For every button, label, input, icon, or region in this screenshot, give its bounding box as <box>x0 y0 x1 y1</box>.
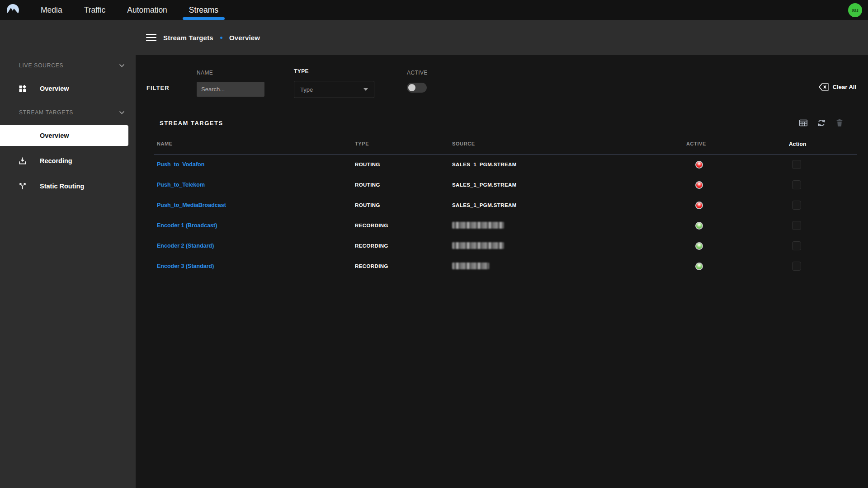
redacted-source-block <box>452 242 504 249</box>
sidebar: LIVE SOURCES Overview STREAM TARGETS Ove… <box>0 55 136 488</box>
section-label: LIVE SOURCES <box>19 62 63 69</box>
active-led-indicator <box>695 161 703 169</box>
breadcrumb: Stream Targets Overview <box>146 31 260 44</box>
active-field-label: ACTIVE <box>407 70 428 76</box>
row-source: SALES_1_PGM.STREAM <box>452 175 517 195</box>
table-rows: Push_to_Vodafon ROUTING SALES_1_PGM.STRE… <box>136 155 868 277</box>
nav-tab-streams[interactable]: Streams <box>178 0 229 20</box>
sidebar-item-recording[interactable]: Recording <box>0 151 128 171</box>
row-source <box>452 236 504 256</box>
type-field-label: TYPE <box>294 68 374 75</box>
row-name-link[interactable]: Encoder 2 (Standard) <box>157 236 214 256</box>
table-row: Encoder 2 (Standard) RECORDING <box>136 236 868 256</box>
row-name-link[interactable]: Push_to_Vodafon <box>157 155 204 175</box>
row-type: ROUTING <box>355 175 380 195</box>
column-header-action: Action <box>789 141 807 147</box>
clear-all-button[interactable]: Clear All <box>819 83 856 91</box>
row-type: ROUTING <box>355 155 380 175</box>
nav-tab-traffic[interactable]: Traffic <box>73 0 117 20</box>
type-dropdown-value: Type <box>300 86 313 93</box>
nav-tabs: Media Traffic Automation Streams <box>30 0 229 20</box>
table-row: Push_to_MediaBroadcast ROUTING SALES_1_P… <box>136 195 868 216</box>
split-icon <box>18 182 27 191</box>
app-logo-icon[interactable] <box>6 3 20 17</box>
row-source: SALES_1_PGM.STREAM <box>452 195 517 216</box>
toggle-knob <box>408 84 415 91</box>
row-checkbox[interactable] <box>792 180 801 189</box>
nav-tab-label: Traffic <box>84 5 106 15</box>
download-icon <box>18 156 27 165</box>
column-header-name: NAME <box>157 141 173 146</box>
refresh-icon[interactable] <box>816 118 826 128</box>
row-checkbox[interactable] <box>792 221 801 230</box>
breadcrumb-separator-dot <box>220 37 222 39</box>
section-label: STREAM TARGETS <box>19 109 73 116</box>
redacted-source-block <box>452 222 504 229</box>
name-field-label: NAME <box>197 70 264 76</box>
table-row: Encoder 3 (Standard) RECORDING <box>136 256 868 277</box>
user-avatar[interactable]: su <box>848 3 862 17</box>
row-checkbox[interactable] <box>792 201 801 210</box>
top-nav-bar: Media Traffic Automation Streams su <box>0 0 868 20</box>
nav-tab-label: Media <box>41 5 62 15</box>
chevron-down-icon <box>363 88 368 91</box>
row-name-link[interactable]: Encoder 3 (Standard) <box>157 256 214 277</box>
column-header-type: TYPE <box>355 141 369 146</box>
delete-icon[interactable] <box>835 118 844 128</box>
redacted-source-block <box>452 263 489 269</box>
table-row: Push_to_Vodafon ROUTING SALES_1_PGM.STRE… <box>136 155 868 175</box>
active-led-indicator <box>695 202 703 209</box>
row-name-link[interactable]: Push_to_MediaBroadcast <box>157 195 226 216</box>
sidebar-item-targets-overview[interactable]: Overview <box>0 125 128 146</box>
type-dropdown[interactable]: Type <box>294 81 374 98</box>
sidebar-item-live-overview[interactable]: Overview <box>0 79 128 99</box>
filter-title: FILTER <box>146 84 170 91</box>
dashboard-icon <box>18 84 27 93</box>
column-header-active: ACTIVE <box>686 141 706 146</box>
row-name-link[interactable]: Push_to_Telekom <box>157 175 205 195</box>
active-led-indicator <box>695 263 703 270</box>
row-checkbox[interactable] <box>792 241 801 250</box>
table-toolbar <box>798 118 844 128</box>
menu-toggle-icon[interactable] <box>146 34 156 41</box>
row-checkbox[interactable] <box>792 160 801 169</box>
row-type: ROUTING <box>355 195 380 216</box>
sidebar-item-label: Overview <box>40 85 69 92</box>
row-type: RECORDING <box>355 216 388 236</box>
main-content: FILTER NAME TYPE Type ACTIVE Clear All <box>136 55 868 488</box>
row-type: RECORDING <box>355 236 388 256</box>
breadcrumb-page: Overview <box>229 34 260 42</box>
sidebar-section-stream-targets[interactable]: STREAM TARGETS <box>19 109 125 116</box>
filter-type-field: TYPE Type <box>294 68 374 98</box>
active-led-indicator <box>695 242 703 250</box>
sidebar-item-label: Static Routing <box>40 183 84 190</box>
nav-tab-label: Streams <box>189 5 218 15</box>
row-checkbox[interactable] <box>792 262 801 271</box>
column-settings-icon[interactable] <box>798 118 808 128</box>
app-shell: Stream Targets Overview LIVE SOURCES Ove… <box>0 20 868 488</box>
active-toggle[interactable] <box>407 83 427 93</box>
sidebar-section-live-sources[interactable]: LIVE SOURCES <box>19 62 125 69</box>
active-led-indicator <box>695 181 703 189</box>
sidebar-item-label: Recording <box>40 157 72 164</box>
clear-filter-icon <box>819 83 829 91</box>
chevron-down-icon <box>119 111 125 114</box>
sidebar-item-label: Overview <box>40 132 69 139</box>
filter-name-field: NAME <box>197 70 264 97</box>
filter-active-field: ACTIVE <box>407 70 428 93</box>
nav-tab-media[interactable]: Media <box>30 0 73 20</box>
row-type: RECORDING <box>355 256 388 277</box>
row-name-link[interactable]: Encoder 1 (Broadcast) <box>157 216 217 236</box>
active-tab-underline <box>183 17 225 20</box>
row-source: SALES_1_PGM.STREAM <box>452 155 517 175</box>
table-row: Push_to_Telekom ROUTING SALES_1_PGM.STRE… <box>136 175 868 195</box>
row-source <box>452 256 489 277</box>
chevron-down-icon <box>119 64 125 67</box>
search-input[interactable] <box>197 82 264 97</box>
sidebar-item-static-routing[interactable]: Static Routing <box>0 176 128 196</box>
table-row: Encoder 1 (Broadcast) RECORDING <box>136 216 868 236</box>
column-header-source: SOURCE <box>452 141 475 146</box>
active-led-indicator <box>695 222 703 230</box>
nav-tab-automation[interactable]: Automation <box>116 0 178 20</box>
row-source <box>452 216 504 236</box>
